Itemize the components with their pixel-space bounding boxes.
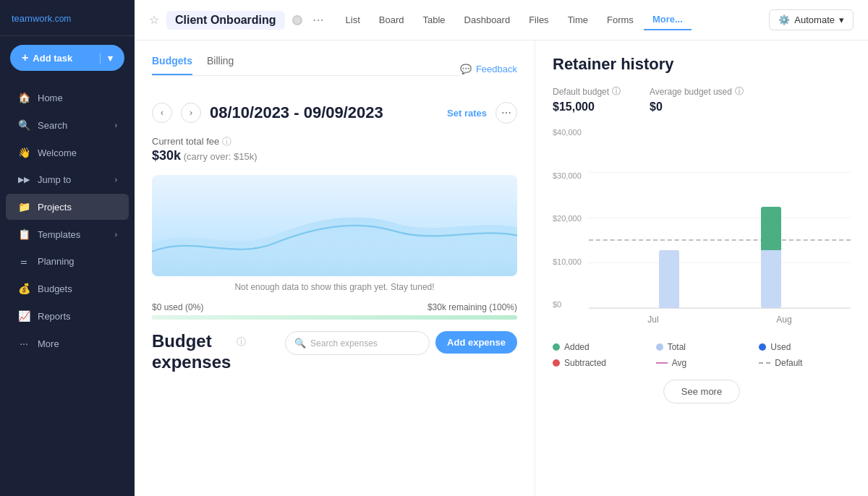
topbar-right: ⚙️ Automate ▾	[769, 9, 854, 30]
projects-icon: 📁	[17, 201, 30, 213]
content-area: Budgets Billing 💬 Feedback ‹ › 08/10/202…	[135, 40, 868, 496]
expenses-info-icon[interactable]: ⓘ	[237, 335, 246, 349]
more-icon: ···	[17, 338, 30, 349]
avg-budget-label: Average budget used ⓘ	[650, 85, 744, 98]
sidebar-item-templates[interactable]: 📋 Templates ›	[6, 221, 129, 247]
y-label-10k: $10,000	[553, 257, 582, 266]
chevron-icon: ›	[115, 121, 117, 129]
avg-budget-value: $0	[650, 101, 744, 114]
add-expense-button[interactable]: Add expense	[435, 331, 517, 354]
carry-over: (carry over: $15k)	[184, 151, 258, 162]
default-budget-stat: Default budget ⓘ $15,000	[553, 85, 621, 114]
budget-expenses-header: Budgetexpenses ⓘ 🔍 Search expenses Add e…	[152, 331, 517, 373]
chart-message: Not enough data to show this graph yet. …	[152, 282, 517, 292]
automate-label: Automate	[794, 14, 835, 25]
date-navigator: ‹ › 08/10/2023 - 09/09/2023 Set rates ⋯	[152, 102, 517, 124]
main-content: ☆ Client Onboarding ⋯ List Board Table D…	[135, 0, 868, 496]
next-date-button[interactable]: ›	[181, 103, 201, 123]
add-task-button[interactable]: + Add task ▾	[10, 45, 124, 71]
automate-chevron-icon: ▾	[839, 14, 844, 25]
retainer-title: Retainer history	[553, 55, 851, 74]
sub-tab-billing[interactable]: Billing	[207, 55, 234, 75]
budget-expenses-title: Budgetexpenses	[152, 331, 231, 373]
legend-default: Default	[759, 358, 851, 368]
bar-aug-total	[761, 250, 781, 308]
right-panel: Retainer history Default budget ⓘ $15,00…	[535, 40, 868, 496]
fee-amount: $30k	[152, 148, 181, 163]
sidebar-item-jump-to[interactable]: ▶▶ Jump to ›	[6, 167, 129, 192]
legend-added: Added	[553, 342, 644, 352]
legend-subtracted: Subtracted	[553, 358, 644, 368]
y-label-20k: $20,000	[553, 214, 582, 223]
budget-bar-track	[152, 315, 517, 320]
retainer-chart: $40,000 $30,000 $20,000 $10,000 $0	[553, 128, 851, 330]
bars-container	[589, 128, 851, 308]
add-task-dropdown[interactable]: ▾	[100, 53, 113, 64]
feedback-label: Feedback	[476, 64, 517, 74]
default-budget-label: Default budget ⓘ	[553, 85, 621, 98]
sidebar-item-label: Search	[38, 120, 67, 131]
search-expenses-input[interactable]: 🔍 Search expenses	[285, 331, 430, 355]
tab-files[interactable]: Files	[520, 10, 557, 30]
sidebar-item-more[interactable]: ··· More	[6, 330, 129, 356]
tab-forms[interactable]: Forms	[598, 10, 642, 30]
legend-label-used: Used	[770, 342, 791, 352]
sidebar-item-label: Planning	[38, 256, 75, 267]
welcome-icon: 👋	[17, 147, 30, 158]
sidebar-item-label: Jump to	[38, 174, 71, 185]
bar-jul-total	[659, 250, 679, 308]
more-options-icon[interactable]: ⋯	[310, 10, 327, 30]
sidebar-item-label: Reports	[38, 311, 71, 322]
tab-time[interactable]: Time	[559, 10, 597, 30]
default-budget-value: $15,000	[553, 101, 621, 114]
sidebar: teamwork.com + Add task ▾ 🏠 Home 🔍 Searc…	[0, 0, 135, 496]
chart-y-labels: $40,000 $30,000 $20,000 $10,000 $0	[553, 128, 582, 309]
automate-icon: ⚙️	[778, 14, 790, 25]
project-name[interactable]: Client Onboarding	[166, 11, 285, 30]
sidebar-item-home[interactable]: 🏠 Home	[6, 85, 129, 111]
add-task-label: Add task	[33, 53, 72, 64]
x-label-jul: Jul	[647, 315, 658, 325]
sidebar-item-welcome[interactable]: 👋 Welcome	[6, 140, 129, 166]
left-panel: Budgets Billing 💬 Feedback ‹ › 08/10/202…	[135, 40, 535, 496]
chart-x-labels: Jul Aug	[589, 309, 851, 330]
sidebar-item-search[interactable]: 🔍 Search ›	[6, 112, 129, 138]
info-icon[interactable]: ⓘ	[222, 136, 231, 147]
sidebar-item-reports[interactable]: 📈 Reports	[6, 303, 129, 329]
see-more-button[interactable]: See more	[663, 380, 740, 403]
tab-dashboard[interactable]: Dashboard	[456, 10, 519, 30]
sub-tabs: Budgets Billing	[152, 55, 460, 76]
info-icon[interactable]: ⓘ	[612, 85, 621, 98]
tab-board[interactable]: Board	[370, 10, 413, 30]
jump-icon: ▶▶	[17, 175, 30, 184]
sidebar-item-budgets[interactable]: 💰 Budgets	[6, 275, 129, 302]
sidebar-item-label: More	[38, 338, 59, 349]
tab-table[interactable]: Table	[414, 10, 454, 30]
legend-dot-added	[553, 343, 560, 351]
prev-date-button[interactable]: ‹	[152, 103, 172, 123]
options-button[interactable]: ⋯	[495, 102, 517, 124]
legend-total: Total	[656, 342, 748, 352]
budget-chart	[152, 175, 517, 276]
legend-avg: Avg	[656, 358, 748, 368]
sidebar-item-planning[interactable]: ⚌ Planning	[6, 249, 129, 274]
legend-dot-subtracted	[553, 359, 560, 367]
bar-group-jul	[659, 250, 679, 308]
star-icon[interactable]: ☆	[149, 13, 159, 27]
sidebar-item-label: Welcome	[38, 147, 77, 158]
sub-tab-budgets[interactable]: Budgets	[152, 55, 192, 75]
status-circle	[292, 15, 302, 25]
search-placeholder: Search expenses	[310, 338, 378, 349]
home-icon: 🏠	[17, 92, 30, 103]
sidebar-item-projects[interactable]: 📁 Projects	[6, 194, 129, 220]
tab-more[interactable]: More...	[644, 9, 692, 30]
info-icon[interactable]: ⓘ	[735, 85, 744, 98]
legend-label-default: Default	[775, 358, 802, 368]
avg-budget-stat: Average budget used ⓘ $0	[650, 85, 744, 114]
templates-icon: 📋	[17, 228, 30, 240]
tab-list[interactable]: List	[337, 10, 369, 30]
chart-svg	[152, 179, 517, 276]
feedback-button[interactable]: 💬 Feedback	[460, 64, 517, 82]
automate-button[interactable]: ⚙️ Automate ▾	[769, 9, 854, 30]
set-rates-button[interactable]: Set rates	[447, 108, 487, 119]
